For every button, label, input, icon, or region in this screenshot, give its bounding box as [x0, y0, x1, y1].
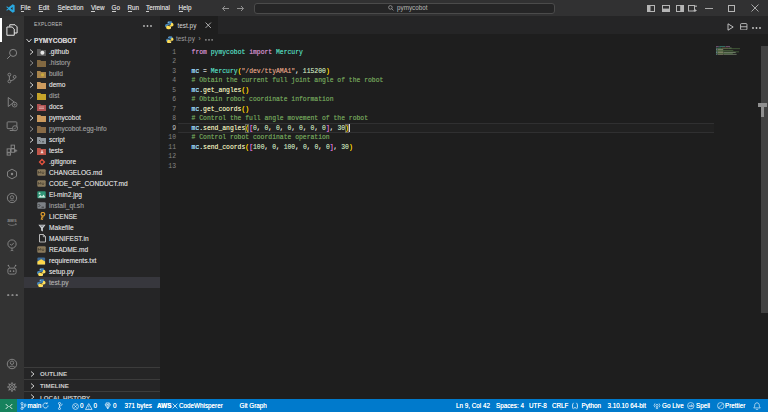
svg-text:aws: aws — [7, 218, 17, 223]
svg-text:ab: ab — [689, 403, 694, 408]
